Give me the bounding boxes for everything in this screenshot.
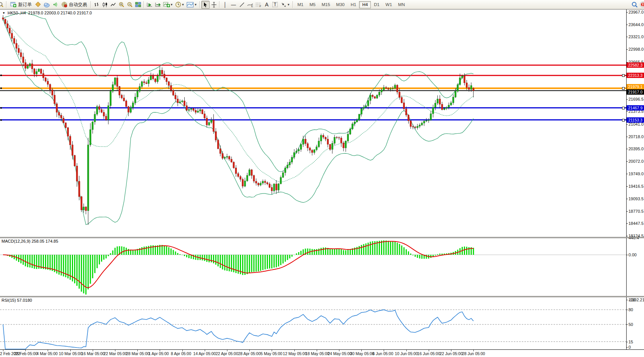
candlestick-chart-type-icon[interactable] [101,1,109,9]
candle-body [347,134,349,141]
candle-body [112,84,114,91]
label-tool-icon[interactable]: T [271,1,279,9]
panel-separator[interactable] [0,237,644,238]
timeframe-button-m30[interactable]: M30 [333,1,347,8]
horizontal-line-tool-icon[interactable]: — [229,1,238,9]
candle-body [291,157,293,162]
search-icon[interactable] [630,1,639,9]
autotrade-button[interactable]: 自动交易 [59,0,89,9]
zoom-out-icon[interactable] [126,1,134,9]
line-handle[interactable] [622,119,625,122]
candle-body [81,196,82,210]
rsi-axis-tick [626,300,628,300]
time-axis[interactable]: 2 Feb 202228 Feb 05:004 Mar 05:0010 Mar … [0,349,644,357]
candle-body [148,80,149,84]
hline-22582.3[interactable] [0,65,626,66]
timeframe-button-h4[interactable]: H4 [359,1,371,8]
timeframe-button-mn[interactable]: MN [395,1,408,8]
macd-panel[interactable] [0,238,626,296]
line-handle[interactable] [622,87,625,90]
profiles-icon[interactable] [42,1,51,9]
price-axis-label: 19749.0 [628,171,644,176]
vertical-line-tool-icon[interactable]: │ [221,1,229,9]
chart-title-symbol: HK50-,H4 [8,11,26,15]
line-handle[interactable] [622,74,625,77]
candle-body [323,135,324,137]
rsi-axis-label: 100 [628,298,635,302]
templates-icon[interactable]: ▼ [185,1,198,9]
rsi-indicator-label: RSI(15) 57.0180 [2,298,32,302]
hline-22313.3[interactable] [0,75,626,76]
price-axis-tick [626,12,628,12]
time-axis-label: 1 Apr 05:00 [148,351,169,356]
new-chart-icon[interactable] [34,1,42,9]
trendline-tool-icon[interactable] [238,1,246,9]
arrows-tool-icon[interactable]: ▼ [279,1,291,9]
timeframe-button-m5[interactable]: M5 [306,1,319,8]
line-left-handle[interactable] [0,87,2,89]
tile-windows-icon[interactable] [134,1,142,9]
zoom-in-icon[interactable] [117,1,126,9]
price-tag-22313.3: 22313.3 [627,73,644,78]
candle-body [27,66,28,68]
text-tool-icon[interactable]: A [263,1,271,9]
candle-body [376,95,378,98]
price-axis[interactable] [626,9,627,349]
hline-21153.3[interactable] [0,119,626,120]
signal-icon[interactable] [51,1,59,9]
line-handle[interactable] [622,107,625,109]
equidistant-channel-tool-icon[interactable]: E [246,1,254,9]
timeframe-button-m1[interactable]: M1 [294,1,306,8]
candle-body [439,99,440,104]
hline-21467.9[interactable] [0,107,626,108]
candle-body [244,181,246,186]
timeframe-button-m15[interactable]: M15 [319,1,333,8]
candle-body [123,98,125,101]
line-left-handle[interactable] [0,75,2,76]
chart-shift-icon[interactable] [154,1,162,9]
candle-body [11,33,13,39]
candle-body [14,38,15,43]
symbol-dropdown-icon[interactable]: ▼ [2,11,5,15]
add-indicator-icon[interactable]: ▼ [162,1,174,9]
hline-21979.1[interactable] [0,87,626,89]
bar-chart-type-icon[interactable] [92,1,101,9]
candle-body [381,90,382,92]
rsi-panel[interactable] [0,297,626,349]
community-icon[interactable] [639,1,644,9]
chevron-down-icon: ▼ [194,3,197,6]
candle-body [448,105,450,108]
timeframe-button-w1[interactable]: W1 [383,1,395,8]
candle-body [470,86,472,89]
time-axis-label: 28 Mar 05:00 [126,351,149,356]
candle-body [403,103,405,109]
price-axis-label: 21696.5 [628,97,644,101]
fibonacci-tool-icon[interactable]: F [254,1,263,9]
candle-body [36,72,37,74]
auto-scroll-icon[interactable] [145,1,154,9]
line-chart-type-icon[interactable] [109,1,117,9]
candle-body [90,129,91,145]
timeframes-clock-icon[interactable]: ▼ [174,1,185,9]
chart-window[interactable]: ▼ HK50-,H4 21978.0 22003.0 21740.0 21917… [0,9,644,357]
candle-body [161,70,163,74]
panel-separator[interactable] [0,296,644,297]
timeframe-button-h1[interactable]: H1 [348,1,359,8]
candle-body [213,120,214,131]
candle-body [18,48,19,53]
line-left-handle[interactable] [0,119,2,121]
timeframe-button-d1[interactable]: D1 [371,1,383,8]
crosshair-tool-icon[interactable] [210,1,218,9]
candle-body [455,91,456,97]
candle-body [188,109,190,111]
chart-print-preview-icon[interactable] [0,1,5,9]
candle-body [78,181,80,196]
candle-body [473,88,474,90]
line-left-handle[interactable] [0,107,2,109]
main-price-panel[interactable] [0,9,626,237]
time-axis-label: 28 Apr 05:00 [238,351,261,356]
time-axis-label: 22 Apr 05:00 [216,351,238,356]
new-order-button[interactable]: 新订单 [8,0,34,9]
hline-21917[interactable] [0,90,626,91]
cursor-tool-icon[interactable] [201,1,210,9]
